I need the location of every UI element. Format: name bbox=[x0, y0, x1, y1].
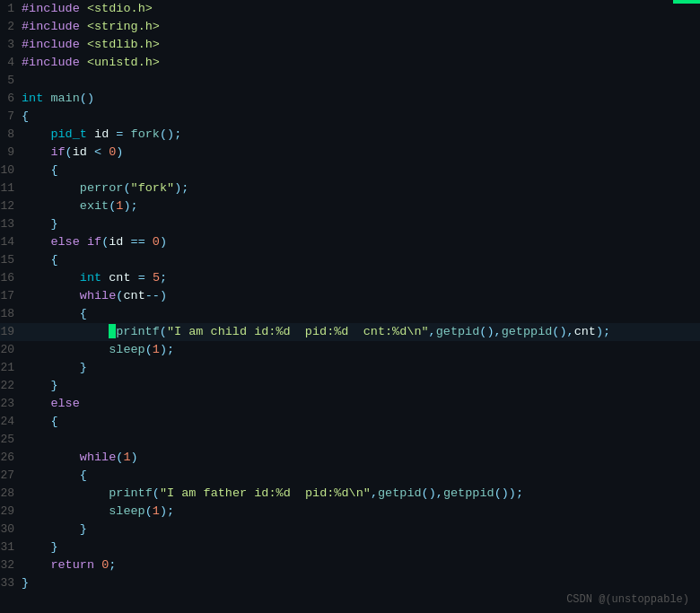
code-line-32: 32 return 0; bbox=[0, 556, 700, 574]
code-line-23: 23 else bbox=[0, 395, 700, 413]
code-line-3: 3 #include <stdlib.h> bbox=[0, 36, 700, 54]
code-line-7: 7 { bbox=[0, 108, 700, 126]
code-line-33: 33 } bbox=[0, 574, 700, 592]
code-line-31: 31 } bbox=[0, 539, 700, 556]
code-line-14: 14 else if(id == 0) bbox=[0, 233, 700, 251]
code-line-24: 24 { bbox=[0, 413, 700, 431]
code-line-26: 26 while(1) bbox=[0, 449, 700, 467]
code-line-21: 21 } bbox=[0, 359, 700, 377]
code-line-13: 13 } bbox=[0, 215, 700, 233]
watermark: CSDN @(unstoppable) bbox=[566, 593, 689, 606]
code-line-16: 16 int cnt = 5; bbox=[0, 269, 700, 287]
code-line-20: 20 sleep(1); bbox=[0, 341, 700, 359]
code-line-12: 12 exit(1); bbox=[0, 197, 700, 215]
code-line-1: 1 #include <stdio.h> bbox=[0, 0, 700, 18]
editor: 1 #include <stdio.h> 2 #include <string.… bbox=[0, 0, 700, 613]
code-line-6: 6 int main() bbox=[0, 90, 700, 108]
top-accent-bar bbox=[673, 0, 700, 4]
code-line-2: 2 #include <string.h> bbox=[0, 18, 700, 36]
code-line-5: 5 bbox=[0, 72, 700, 90]
code-line-27: 27 { bbox=[0, 467, 700, 485]
code-line-29: 29 sleep(1); bbox=[0, 503, 700, 521]
code-line-8: 8 pid_t id = fork(); bbox=[0, 126, 700, 144]
code-line-10: 10 { bbox=[0, 162, 700, 180]
code-line-30: 30 } bbox=[0, 521, 700, 539]
code-line-28: 28 printf("I am father id:%d pid:%d\n",g… bbox=[0, 485, 700, 503]
code-line-15: 15 { bbox=[0, 251, 700, 269]
code-line-22: 22 } bbox=[0, 377, 700, 395]
code-line-11: 11 perror("fork"); bbox=[0, 180, 700, 197]
code-line-19: 19 printf("I am child id:%d pid:%d cnt:%… bbox=[0, 323, 700, 341]
code-line-25: 25 bbox=[0, 431, 700, 449]
code-line-18: 18 { bbox=[0, 305, 700, 323]
code-line-9: 9 if(id < 0) bbox=[0, 144, 700, 162]
code-line-17: 17 while(cnt--) bbox=[0, 287, 700, 305]
code-line-4: 4 #include <unistd.h> bbox=[0, 54, 700, 72]
code-area[interactable]: 1 #include <stdio.h> 2 #include <string.… bbox=[0, 0, 700, 613]
